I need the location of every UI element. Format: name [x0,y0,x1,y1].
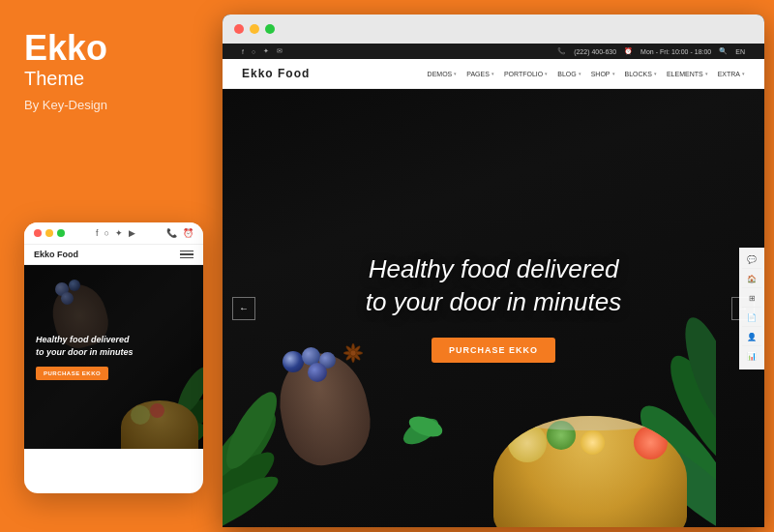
topbar-instagram-icon: ○ [252,48,255,55]
sidebar-user-icon[interactable]: 👤 [742,329,761,346]
browser-dot-red [234,24,244,34]
browser-mockup: f ○ ✦ ✉ 📞 (222) 400-630 ⏰ Mon - Fri: 10:… [223,15,764,527]
hero-prev-button[interactable]: ← [232,297,255,320]
site-sidebar-icons: 💬 🏠 ⊞ 📄 👤 📊 [739,248,764,369]
brand-subtitle: Theme [24,68,198,90]
sidebar-home-icon[interactable]: 🏠 [742,271,761,288]
mobile-social-icons: f ○ ✦ ▶ [96,228,135,238]
mobile-window-dots [34,229,65,237]
nav-item-blocks[interactable]: BLOCKS ▾ [625,71,657,77]
topbar-lang: EN [735,48,745,55]
brand-by: By Key-Design [24,98,198,112]
nav-item-portfolio[interactable]: PORTFOLIO ▾ [504,71,548,77]
mobile-nav: Ekko Food [24,245,203,265]
topbar-clock-icon: ⏰ [624,47,633,55]
hero-title: Healthy food delivered to your door in m… [366,253,621,319]
mobile-dot-yellow [45,229,53,237]
topbar-phone-icon: 📞 [557,47,566,55]
site-hero: Healthy food delivered to your door in m… [223,89,764,527]
left-panel: Ekko Theme By Key-Design f ○ ✦ ▶ 📞 ⏰ Ek [0,0,223,532]
mobile-instagram-icon: ○ [104,228,109,238]
nav-arrow-shop: ▾ [612,71,615,76]
brand-name: Ekko [24,29,198,68]
hamburger-menu-icon[interactable] [180,251,194,259]
mobile-mockup: f ○ ✦ ▶ 📞 ⏰ Ekko Food [24,222,203,493]
nav-arrow-blog: ▾ [579,71,581,76]
browser-dot-green [265,24,275,34]
site-nav: Ekko Food DEMOS ▾ PAGES ▾ PORTFOLIO ▾ BL… [223,59,764,89]
browser-dot-yellow [250,24,259,34]
mobile-clock-icon: ⏰ [183,228,194,238]
topbar-social: f ○ ✦ ✉ [242,47,283,55]
topbar-email-icon: ✉ [277,47,283,55]
site-header: f ○ ✦ ✉ 📞 (222) 400-630 ⏰ Mon - Fri: 10:… [223,44,764,89]
nav-item-extra[interactable]: EXTRA ▾ [718,71,745,77]
topbar-search-icon: 🔍 [719,47,728,55]
nav-arrow-elements: ▾ [705,71,708,76]
nav-arrow-blocks: ▾ [654,71,657,76]
site-logo: Ekko Food [242,67,310,80]
topbar-facebook-icon: f [242,48,244,55]
nav-arrow-demos: ▾ [454,71,457,76]
mobile-phone-icon: 📞 [166,228,177,238]
nav-arrow-pages: ▾ [491,71,494,76]
nav-item-pages[interactable]: PAGES ▾ [466,71,494,77]
hero-content: Healthy food delivered to your door in m… [223,89,764,527]
nav-item-elements[interactable]: ELEMENTS ▾ [667,71,708,77]
topbar-twitter-icon: ✦ [263,47,269,55]
site-top-bar: f ○ ✦ ✉ 📞 (222) 400-630 ⏰ Mon - Fri: 10:… [223,44,764,59]
nav-menu: DEMOS ▾ PAGES ▾ PORTFOLIO ▾ BLOG ▾ SHOP [428,71,745,77]
sidebar-chart-icon[interactable]: 📊 [742,348,761,366]
nav-arrow-portfolio: ▾ [545,71,548,76]
nav-item-shop[interactable]: SHOP ▾ [591,71,615,77]
mobile-dot-green [57,229,65,237]
mobile-facebook-icon: f [96,228,99,238]
hero-cta-button[interactable]: PURCHASE EKKO [432,338,555,363]
topbar-hours: Mon - Fri: 10:00 - 18:00 [640,48,711,55]
nav-arrow-extra: ▾ [742,71,745,76]
nav-item-demos[interactable]: DEMOS ▾ [428,71,458,77]
sidebar-grid-icon[interactable]: ⊞ [742,290,761,308]
mobile-hero: Healthy food delivered to your door in m… [24,265,203,449]
mobile-contact-icons: 📞 ⏰ [166,228,194,238]
mobile-top-bar: f ○ ✦ ▶ 📞 ⏰ [24,222,203,245]
mobile-youtube-icon: ▶ [129,228,135,238]
browser-chrome [223,15,764,44]
mobile-twitter-icon: ✦ [115,228,123,238]
nav-item-blog[interactable]: BLOG ▾ [557,71,580,77]
sidebar-page-icon[interactable]: 📄 [742,310,761,327]
mobile-dot-red [34,229,42,237]
mobile-hero-text: Healthy food delivered to your door in m… [36,334,134,358]
mobile-cta-button[interactable]: PURCHASE EKKO [36,367,108,380]
mobile-logo: Ekko Food [34,250,78,259]
topbar-phone: (222) 400-630 [574,48,616,55]
sidebar-chat-icon[interactable]: 💬 [742,251,761,269]
mobile-hero-overlay: Healthy food delivered to your door in m… [24,265,203,449]
topbar-info: 📞 (222) 400-630 ⏰ Mon - Fri: 10:00 - 18:… [557,47,745,55]
